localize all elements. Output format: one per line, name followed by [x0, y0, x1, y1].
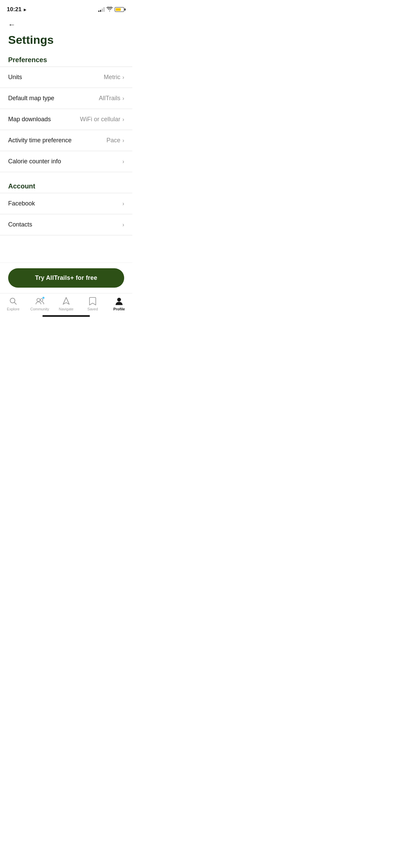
bottom-nav: Explore Community Navigate Saved — [0, 293, 132, 312]
header: ← Settings — [0, 17, 132, 47]
signal-icon — [98, 7, 104, 12]
activity-time-arrow-icon: › — [122, 138, 124, 144]
profile-nav-label: Profile — [113, 307, 125, 311]
facebook-label: Facebook — [8, 200, 35, 207]
profile-icon — [115, 297, 123, 306]
account-section-title: Account — [0, 182, 132, 190]
home-indicator — [42, 315, 90, 317]
location-arrow-icon: ► — [23, 7, 27, 12]
wifi-icon — [107, 7, 113, 13]
nav-item-navigate[interactable]: Navigate — [53, 297, 79, 311]
facebook-value: › — [122, 201, 124, 207]
back-button[interactable]: ← — [8, 20, 16, 29]
units-label: Units — [8, 74, 22, 81]
calorie-counter-item[interactable]: Calorie counter info › — [0, 151, 132, 172]
community-nav-label: Community — [30, 307, 49, 311]
page-title: Settings — [8, 33, 124, 47]
preferences-list: Units Metric › Default map type AllTrail… — [0, 67, 132, 172]
activity-time-item[interactable]: Activity time preference Pace › — [0, 130, 132, 151]
explore-icon — [9, 297, 18, 306]
contacts-arrow-icon: › — [122, 222, 124, 228]
cta-container: Try AllTrails+ for free — [0, 263, 132, 293]
status-icons — [98, 7, 126, 13]
nav-item-saved[interactable]: Saved — [79, 297, 106, 311]
contacts-value: › — [122, 222, 124, 228]
battery-icon — [115, 7, 126, 12]
calorie-counter-arrow-icon: › — [122, 159, 124, 165]
navigate-icon — [62, 297, 71, 306]
status-time: 10:21 ► — [7, 6, 27, 13]
activity-time-label: Activity time preference — [8, 137, 72, 144]
home-bar — [0, 312, 132, 319]
community-notification-dot — [42, 296, 45, 299]
default-map-type-arrow-icon: › — [122, 95, 124, 102]
calorie-counter-label: Calorie counter info — [8, 158, 61, 165]
facebook-arrow-icon: › — [122, 201, 124, 207]
default-map-type-value: AllTrails › — [99, 95, 124, 102]
units-value: Metric › — [104, 74, 124, 81]
time-display: 10:21 — [7, 6, 21, 13]
map-downloads-arrow-icon: › — [122, 116, 124, 123]
svg-point-2 — [37, 299, 40, 302]
svg-line-1 — [15, 303, 17, 305]
svg-point-3 — [40, 299, 43, 301]
nav-item-explore[interactable]: Explore — [0, 297, 26, 311]
svg-point-5 — [117, 298, 121, 302]
units-item[interactable]: Units Metric › — [0, 67, 132, 88]
calorie-counter-value: › — [122, 159, 124, 165]
saved-nav-label: Saved — [87, 307, 98, 311]
default-map-type-item[interactable]: Default map type AllTrails › — [0, 88, 132, 109]
status-bar: 10:21 ► — [0, 0, 132, 17]
map-downloads-item[interactable]: Map downloads WiFi or cellular › — [0, 109, 132, 130]
navigate-nav-label: Navigate — [59, 307, 73, 311]
default-map-type-label: Default map type — [8, 95, 54, 102]
alltrails-plus-button[interactable]: Try AllTrails+ for free — [8, 268, 124, 288]
saved-icon — [88, 297, 97, 306]
svg-marker-4 — [63, 297, 69, 304]
map-downloads-value: WiFi or cellular › — [80, 116, 124, 123]
activity-time-value: Pace › — [107, 137, 124, 144]
account-list: Facebook › Contacts › — [0, 193, 132, 235]
explore-nav-label: Explore — [7, 307, 19, 311]
facebook-item[interactable]: Facebook › — [0, 193, 132, 214]
contacts-label: Contacts — [8, 221, 32, 228]
map-downloads-label: Map downloads — [8, 116, 51, 123]
contacts-item[interactable]: Contacts › — [0, 214, 132, 235]
preferences-section-title: Preferences — [0, 56, 132, 64]
units-arrow-icon: › — [122, 74, 124, 80]
nav-item-community[interactable]: Community — [26, 297, 53, 311]
community-icon — [35, 297, 44, 306]
nav-item-profile[interactable]: Profile — [106, 297, 132, 311]
